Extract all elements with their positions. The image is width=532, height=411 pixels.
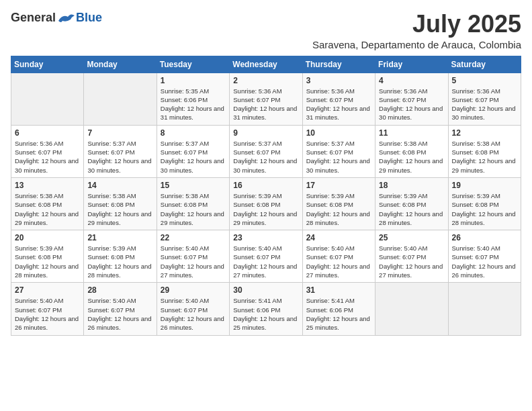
day-number: 12 (452, 128, 517, 138)
calendar-cell: 19Sunrise: 5:39 AM Sunset: 6:08 PM Dayli… (448, 177, 521, 230)
day-info: Sunrise: 5:40 AM Sunset: 6:07 PM Dayligh… (15, 296, 80, 332)
day-number: 27 (15, 285, 80, 295)
weekday-header-wednesday: Wednesday (230, 56, 302, 73)
day-number: 8 (161, 128, 226, 138)
calendar-cell (11, 73, 84, 125)
calendar-cell: 11Sunrise: 5:38 AM Sunset: 6:08 PM Dayli… (375, 125, 448, 177)
weekday-header-row: SundayMondayTuesdayWednesdayThursdayFrid… (11, 56, 521, 73)
day-info: Sunrise: 5:40 AM Sunset: 6:07 PM Dayligh… (306, 244, 371, 279)
day-info: Sunrise: 5:39 AM Sunset: 6:08 PM Dayligh… (379, 191, 444, 227)
day-info: Sunrise: 5:41 AM Sunset: 6:06 PM Dayligh… (306, 296, 371, 332)
day-info: Sunrise: 5:40 AM Sunset: 6:07 PM Dayligh… (452, 244, 517, 279)
day-info: Sunrise: 5:37 AM Sunset: 6:07 PM Dayligh… (161, 139, 226, 175)
calendar-cell: 27Sunrise: 5:40 AM Sunset: 6:07 PM Dayli… (11, 283, 84, 335)
day-number: 22 (161, 233, 226, 242)
calendar-cell: 29Sunrise: 5:40 AM Sunset: 6:07 PM Dayli… (157, 283, 229, 335)
day-number: 20 (15, 233, 80, 242)
day-number: 25 (379, 233, 444, 242)
calendar-cell (448, 283, 521, 335)
day-number: 23 (233, 233, 298, 242)
day-info: Sunrise: 5:40 AM Sunset: 6:07 PM Dayligh… (233, 244, 298, 279)
day-number: 19 (452, 181, 517, 190)
day-info: Sunrise: 5:37 AM Sunset: 6:07 PM Dayligh… (306, 139, 371, 175)
day-number: 13 (15, 181, 80, 190)
weekday-header-friday: Friday (375, 56, 448, 73)
calendar-cell: 5Sunrise: 5:36 AM Sunset: 6:07 PM Daylig… (448, 73, 521, 125)
calendar-week-row: 27Sunrise: 5:40 AM Sunset: 6:07 PM Dayli… (11, 283, 521, 335)
calendar-cell: 8Sunrise: 5:37 AM Sunset: 6:07 PM Daylig… (157, 125, 229, 177)
day-info: Sunrise: 5:40 AM Sunset: 6:07 PM Dayligh… (161, 296, 226, 332)
location-title: Saravena, Departamento de Arauca, Colomb… (312, 39, 521, 50)
day-info: Sunrise: 5:36 AM Sunset: 6:07 PM Dayligh… (233, 87, 298, 122)
day-number: 2 (233, 76, 298, 85)
day-info: Sunrise: 5:38 AM Sunset: 6:08 PM Dayligh… (15, 191, 80, 227)
page-header: General Blue July 2025 Saravena, Departa… (11, 11, 521, 50)
calendar-cell: 22Sunrise: 5:40 AM Sunset: 6:07 PM Dayli… (157, 230, 229, 283)
logo-blue-text: Blue (76, 11, 102, 25)
day-number: 24 (306, 233, 371, 242)
calendar-cell: 7Sunrise: 5:37 AM Sunset: 6:07 PM Daylig… (84, 125, 157, 177)
day-number: 16 (233, 181, 298, 190)
day-info: Sunrise: 5:41 AM Sunset: 6:06 PM Dayligh… (233, 296, 298, 332)
day-info: Sunrise: 5:36 AM Sunset: 6:07 PM Dayligh… (306, 87, 371, 122)
day-info: Sunrise: 5:39 AM Sunset: 6:08 PM Dayligh… (87, 244, 152, 279)
day-number: 5 (452, 76, 517, 85)
calendar-week-row: 6Sunrise: 5:36 AM Sunset: 6:07 PM Daylig… (11, 125, 521, 177)
day-number: 17 (306, 181, 371, 190)
day-info: Sunrise: 5:36 AM Sunset: 6:07 PM Dayligh… (379, 87, 444, 122)
calendar-cell: 2Sunrise: 5:36 AM Sunset: 6:07 PM Daylig… (230, 73, 302, 125)
logo-general-text: General (11, 11, 56, 25)
day-number: 30 (233, 285, 298, 295)
day-number: 28 (87, 285, 152, 295)
calendar-cell: 18Sunrise: 5:39 AM Sunset: 6:08 PM Dayli… (375, 177, 448, 230)
logo-bird-icon (57, 11, 76, 25)
day-info: Sunrise: 5:37 AM Sunset: 6:07 PM Dayligh… (233, 139, 298, 175)
day-number: 10 (306, 128, 371, 138)
calendar-cell: 21Sunrise: 5:39 AM Sunset: 6:08 PM Dayli… (84, 230, 157, 283)
calendar-cell: 25Sunrise: 5:40 AM Sunset: 6:07 PM Dayli… (375, 230, 448, 283)
day-info: Sunrise: 5:40 AM Sunset: 6:07 PM Dayligh… (379, 244, 444, 279)
calendar-cell: 20Sunrise: 5:39 AM Sunset: 6:08 PM Dayli… (11, 230, 84, 283)
day-number: 21 (87, 233, 152, 242)
weekday-header-tuesday: Tuesday (157, 56, 229, 73)
day-number: 3 (306, 76, 371, 85)
day-number: 7 (87, 128, 152, 138)
calendar-cell (375, 283, 448, 335)
calendar-cell: 6Sunrise: 5:36 AM Sunset: 6:07 PM Daylig… (11, 125, 84, 177)
day-info: Sunrise: 5:38 AM Sunset: 6:08 PM Dayligh… (452, 139, 517, 175)
weekday-header-thursday: Thursday (302, 56, 375, 73)
day-number: 1 (161, 76, 226, 85)
calendar-cell: 13Sunrise: 5:38 AM Sunset: 6:08 PM Dayli… (11, 177, 84, 230)
calendar-cell: 9Sunrise: 5:37 AM Sunset: 6:07 PM Daylig… (230, 125, 302, 177)
day-number: 11 (379, 128, 444, 138)
day-number: 31 (306, 285, 371, 295)
calendar-cell: 12Sunrise: 5:38 AM Sunset: 6:08 PM Dayli… (448, 125, 521, 177)
day-number: 29 (161, 285, 226, 295)
month-title: July 2025 (312, 11, 521, 38)
calendar-cell: 14Sunrise: 5:38 AM Sunset: 6:08 PM Dayli… (84, 177, 157, 230)
calendar-cell: 1Sunrise: 5:35 AM Sunset: 6:06 PM Daylig… (157, 73, 229, 125)
day-info: Sunrise: 5:36 AM Sunset: 6:07 PM Dayligh… (452, 87, 517, 122)
day-info: Sunrise: 5:39 AM Sunset: 6:08 PM Dayligh… (233, 191, 298, 227)
calendar-week-row: 20Sunrise: 5:39 AM Sunset: 6:08 PM Dayli… (11, 230, 521, 283)
calendar-cell: 24Sunrise: 5:40 AM Sunset: 6:07 PM Dayli… (302, 230, 375, 283)
day-number: 26 (452, 233, 517, 242)
calendar-cell: 26Sunrise: 5:40 AM Sunset: 6:07 PM Dayli… (448, 230, 521, 283)
day-info: Sunrise: 5:38 AM Sunset: 6:08 PM Dayligh… (161, 191, 226, 227)
calendar-cell: 3Sunrise: 5:36 AM Sunset: 6:07 PM Daylig… (302, 73, 375, 125)
weekday-header-sunday: Sunday (11, 56, 84, 73)
calendar-cell: 15Sunrise: 5:38 AM Sunset: 6:08 PM Dayli… (157, 177, 229, 230)
calendar-cell: 28Sunrise: 5:40 AM Sunset: 6:07 PM Dayli… (84, 283, 157, 335)
day-info: Sunrise: 5:37 AM Sunset: 6:07 PM Dayligh… (87, 139, 152, 175)
day-info: Sunrise: 5:40 AM Sunset: 6:07 PM Dayligh… (161, 244, 226, 279)
day-number: 9 (233, 128, 298, 138)
day-number: 6 (15, 128, 80, 138)
calendar-cell: 30Sunrise: 5:41 AM Sunset: 6:06 PM Dayli… (230, 283, 302, 335)
calendar-cell: 31Sunrise: 5:41 AM Sunset: 6:06 PM Dayli… (302, 283, 375, 335)
logo: General Blue (11, 11, 102, 25)
title-section: July 2025 Saravena, Departamento de Arau… (312, 11, 521, 50)
day-info: Sunrise: 5:39 AM Sunset: 6:08 PM Dayligh… (306, 191, 371, 227)
day-number: 4 (379, 76, 444, 85)
day-number: 14 (87, 181, 152, 190)
calendar-table: SundayMondayTuesdayWednesdayThursdayFrid… (11, 56, 521, 336)
